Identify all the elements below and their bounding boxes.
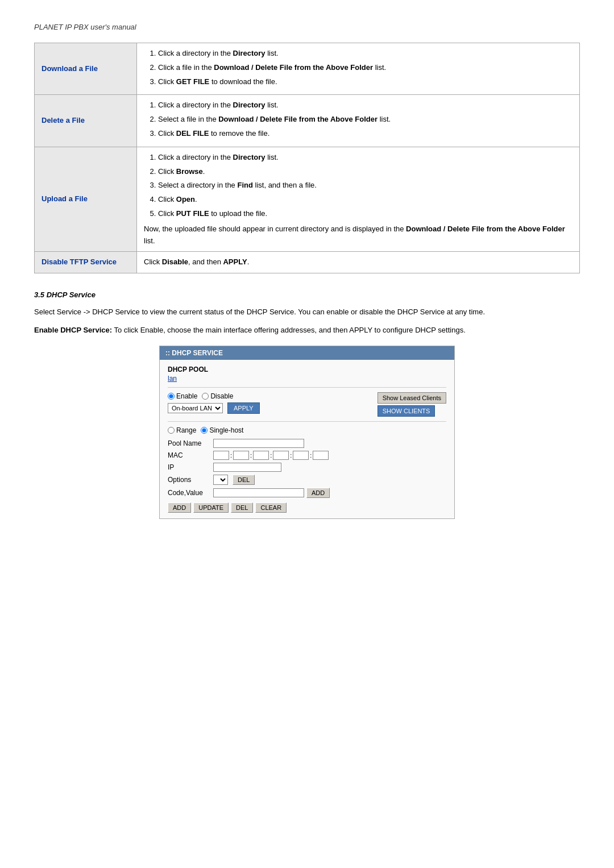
dhcp-panel: :: DHCP SERVICE DHCP POOL lan Enable [159,346,455,519]
options-del-button[interactable]: DEL [233,475,255,485]
dhcp-pool-label: DHCP POOL [168,366,446,373]
table-row: Delete a File Click a directory in the D… [35,95,580,147]
mac-inputs: : : : : : [213,451,329,460]
pool-name-label: Pool Name [168,439,213,447]
mac-input-2[interactable] [233,451,249,460]
table-row: Upload a File Click a directory in the D… [35,147,580,252]
range-radio-item[interactable]: Range [168,426,196,434]
section-35-para1: Select Service -> DHCP Service to view t… [34,306,580,318]
pool-name-row: Pool Name [168,439,446,448]
clear-button[interactable]: CLEAR [255,502,287,513]
ip-row: IP [168,463,446,472]
code-value-controls: ADD [213,488,330,498]
row-content-upload: Click a directory in the Directory list.… [137,147,580,252]
show-clients-button[interactable]: SHOW CLIENTS [377,405,435,417]
table-row: Download a File Click a directory in the… [35,43,580,95]
dhcp-panel-body: DHCP POOL lan Enable Disable [160,360,454,518]
upload-note: Now, the uploaded file should appear in … [144,223,572,247]
table-row: Disable TFTP Service Click Disable, and … [35,252,580,273]
options-row: Options DEL [168,475,446,485]
disable-label: Disable [210,392,233,400]
divider [168,387,446,388]
mac-input-1[interactable] [213,451,229,460]
enable-radio-item[interactable]: Enable [168,392,197,400]
mac-input-5[interactable] [293,451,309,460]
enable-disable-section: Enable Disable On-board LAN APPLY [168,392,260,414]
ip-label: IP [168,463,213,471]
list-item: Select a directory in the Find list, and… [158,180,572,192]
dhcp-panel-container: :: DHCP SERVICE DHCP POOL lan Enable [34,346,580,519]
options-label: Options [168,476,213,484]
main-table: Download a File Click a directory in the… [34,43,580,273]
enable-label: Enable [176,392,197,400]
single-host-label: Single-host [209,426,243,434]
dhcp-panel-title: :: DHCP SERVICE [160,346,454,360]
row-header-delete: Delete a File [35,95,137,147]
show-clients-section: Show Leased Clients SHOW CLIENTS [377,392,446,417]
row-header-upload: Upload a File [35,147,137,252]
mac-input-4[interactable] [273,451,289,460]
list-item: Click Open. [158,194,572,206]
page-header: PLANET IP PBX user's manual [34,23,580,31]
row-header-download: Download a File [35,43,137,95]
single-host-radio[interactable] [201,427,208,434]
disable-radio[interactable] [202,393,209,400]
bottom-buttons: ADD UPDATE DEL CLEAR [168,502,446,513]
pool-name-input[interactable] [213,439,304,448]
enable-radio[interactable] [168,393,175,400]
row-content-disable-tftp: Click Disable, and then APPLY. [137,252,580,273]
mac-input-3[interactable] [253,451,269,460]
dhcp-lan-link[interactable]: lan [168,375,446,383]
range-label: Range [176,426,196,434]
code-value-input[interactable] [213,488,304,497]
list-item: Click a directory in the Directory list. [158,152,572,164]
list-item: Click PUT FILE to upload the file. [158,208,572,220]
list-item: Click DEL FILE to remove the file. [158,128,572,140]
disable-radio-item[interactable]: Disable [202,392,233,400]
list-item: Select a file in the Download / Delete F… [158,114,572,126]
code-value-label: Code,Value [168,489,213,497]
row-header-disable-tftp: Disable TFTP Service [35,252,137,273]
list-item: Click Browse. [158,166,572,178]
show-leased-clients-label: Show Leased Clients [377,392,446,404]
range-radio[interactable] [168,427,175,434]
list-item: Click a directory in the Directory list. [158,99,572,111]
list-item: Click a file in the Download / Delete Fi… [158,62,572,74]
code-value-row: Code,Value ADD [168,488,446,498]
row-content-download: Click a directory in the Directory list.… [137,43,580,95]
list-item: Click GET FILE to download the file. [158,76,572,88]
single-host-radio-item[interactable]: Single-host [201,426,243,434]
section-35-heading: 3.5 DHCP Service [34,290,580,299]
del-button[interactable]: DEL [231,502,253,513]
section-35-para2: Enable DHCP Service: To click Enable, ch… [34,324,580,337]
add-button[interactable]: ADD [168,502,191,513]
update-button[interactable]: UPDATE [193,502,229,513]
ip-input[interactable] [213,463,281,472]
options-select[interactable] [213,475,228,485]
mac-label: MAC [168,451,213,459]
options-controls: DEL [213,475,255,485]
list-item: Click a directory in the Directory list. [158,48,572,60]
row-content-delete: Click a directory in the Directory list.… [137,95,580,147]
mac-input-6[interactable] [313,451,329,460]
code-value-add-button[interactable]: ADD [306,488,330,498]
onboard-lan-select[interactable]: On-board LAN [168,403,223,413]
divider2 [168,421,446,422]
mac-row: MAC : : : : : [168,451,446,460]
apply-button[interactable]: APPLY [227,402,260,414]
